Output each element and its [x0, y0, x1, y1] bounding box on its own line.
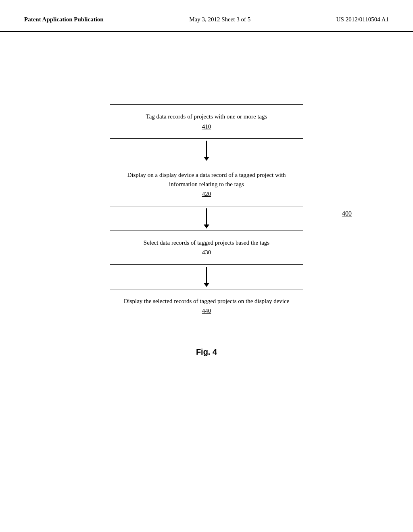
page: Patent Application Publication May 3, 20…: [0, 0, 413, 532]
patent-number-label: US 2012/0110504 A1: [336, 16, 389, 23]
page-header: Patent Application Publication May 3, 20…: [0, 0, 413, 32]
flow-box-410-text: Tag data records of projects with one or…: [118, 112, 295, 121]
flow-box-430-number: 430: [118, 248, 295, 257]
arrow-line-2: [206, 208, 207, 224]
publication-label: Patent Application Publication: [24, 16, 104, 23]
flow-box-440-number: 440: [118, 306, 295, 316]
flow-box-430: Select data records of tagged projects b…: [110, 231, 303, 265]
arrow-head-3: [204, 283, 209, 287]
figure-label: Fig. 4: [196, 347, 217, 357]
flow-box-440-text: Display the selected records of tagged p…: [118, 297, 295, 306]
arrow-head-1: [204, 157, 209, 161]
flow-box-440: Display the selected records of tagged p…: [110, 289, 303, 323]
arrow-head-2: [204, 224, 209, 229]
arrow-2: [204, 206, 209, 231]
flow-box-420: Display on a display device a data recor…: [110, 163, 303, 206]
flow-box-410: Tag data records of projects with one or…: [110, 104, 303, 139]
flowchart-label-400: 400: [342, 210, 352, 217]
arrow-3: [204, 265, 209, 289]
flow-box-410-number: 410: [118, 122, 295, 131]
arrow-line-1: [206, 141, 207, 157]
flowchart: Tag data records of projects with one or…: [86, 104, 327, 323]
flow-box-420-number: 420: [118, 189, 295, 199]
flow-box-430-text: Select data records of tagged projects b…: [118, 238, 295, 247]
main-content: Tag data records of projects with one or…: [0, 32, 413, 357]
arrow-line-3: [206, 267, 207, 283]
flow-box-420-text: Display on a display device a data recor…: [118, 170, 295, 189]
arrow-1: [204, 139, 209, 163]
date-sheet-label: May 3, 2012 Sheet 3 of 5: [189, 16, 250, 23]
